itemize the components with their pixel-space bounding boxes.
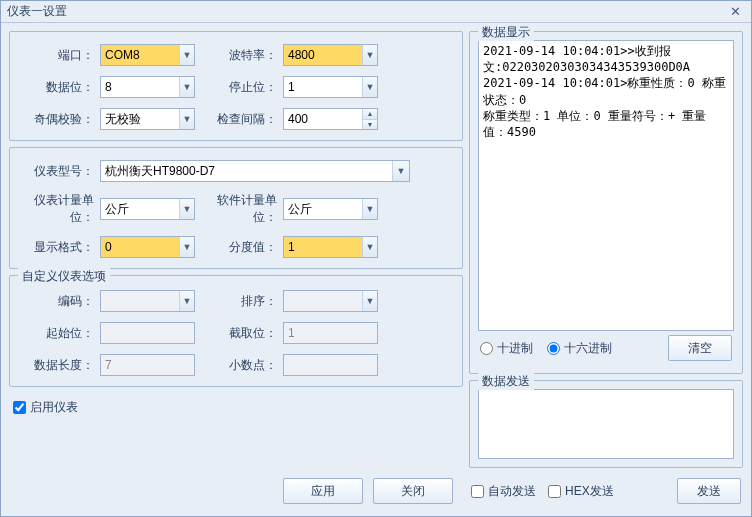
right-pane: 数据显示 2021-09-14 10:04:01>>收到报 文:02203020…: [469, 31, 743, 508]
unit1-input[interactable]: [101, 199, 179, 219]
port-input[interactable]: [101, 45, 179, 65]
left-pane: 端口： ▼ 波特率： ▼ 数据位： ▼: [9, 31, 463, 508]
chevron-down-icon: ▼: [179, 291, 194, 311]
unit2-label: 软件计量单位：: [213, 192, 283, 226]
autosend-label[interactable]: 自动发送: [471, 483, 536, 500]
model-label: 仪表型号：: [20, 163, 100, 180]
division-input[interactable]: [284, 237, 362, 257]
chevron-down-icon: ▼: [362, 291, 377, 311]
model-input[interactable]: [101, 161, 392, 181]
decimal-input: [284, 355, 377, 375]
datalen-label: 数据长度：: [20, 357, 100, 374]
stopbits-combo[interactable]: ▼: [283, 76, 378, 98]
comm-group: 端口： ▼ 波特率： ▼ 数据位： ▼: [9, 31, 463, 141]
stopbits-label: 停止位：: [213, 79, 283, 96]
decimal-radio[interactable]: [480, 342, 493, 355]
unit2-input[interactable]: [284, 199, 362, 219]
format-combo[interactable]: ▼: [100, 236, 195, 258]
close-icon[interactable]: ✕: [726, 4, 745, 19]
unit1-combo[interactable]: ▼: [100, 198, 195, 220]
hexsend-checkbox[interactable]: [548, 485, 561, 498]
close-button[interactable]: 关闭: [373, 478, 453, 504]
data-display-group: 数据显示 2021-09-14 10:04:01>>收到报 文:02203020…: [469, 31, 743, 374]
window-title: 仪表一设置: [7, 3, 67, 20]
enable-checkbox[interactable]: [13, 401, 26, 414]
send-options-row: 自动发送 HEX发送 发送: [469, 474, 743, 508]
spinner-buttons[interactable]: ▲▼: [362, 109, 377, 129]
data-display-title: 数据显示: [478, 24, 534, 41]
custom-group: 自定义仪表选项 编码： ▼ 排序： ▼ 起始位：: [9, 275, 463, 387]
body: 端口： ▼ 波特率： ▼ 数据位： ▼: [1, 23, 751, 516]
division-label: 分度值：: [213, 239, 283, 256]
chevron-down-icon[interactable]: ▼: [179, 77, 194, 97]
cutbit-field: [283, 322, 378, 344]
apply-button[interactable]: 应用: [283, 478, 363, 504]
hex-radio-label[interactable]: 十六进制: [547, 340, 612, 357]
unit1-label: 仪表计量单位：: [20, 192, 100, 226]
port-combo[interactable]: ▼: [100, 44, 195, 66]
stopbits-input[interactable]: [284, 77, 362, 97]
model-combo[interactable]: ▼: [100, 160, 410, 182]
autosend-checkbox[interactable]: [471, 485, 484, 498]
send-textarea[interactable]: [478, 389, 734, 459]
chevron-down-icon[interactable]: ▼: [179, 45, 194, 65]
startbit-label: 起始位：: [20, 325, 100, 342]
chevron-down-icon[interactable]: ▼: [179, 237, 194, 257]
baud-combo[interactable]: ▼: [283, 44, 378, 66]
encoding-label: 编码：: [20, 293, 100, 310]
interval-spinner[interactable]: ▲▼: [283, 108, 378, 130]
division-combo[interactable]: ▼: [283, 236, 378, 258]
encoding-combo: ▼: [100, 290, 195, 312]
data-send-group: 数据发送: [469, 380, 743, 468]
startbit-input: [101, 323, 194, 343]
databits-label: 数据位：: [20, 79, 100, 96]
databits-input[interactable]: [101, 77, 179, 97]
cutbit-input: [284, 323, 377, 343]
interval-input[interactable]: [284, 109, 362, 129]
enable-label: 启用仪表: [30, 399, 78, 416]
clear-button[interactable]: 清空: [668, 335, 732, 361]
datalen-field: [100, 354, 195, 376]
settings-window: 仪表一设置 ✕ 端口： ▼ 波特率： ▼: [0, 0, 752, 517]
parity-label: 奇偶校验：: [20, 111, 100, 128]
datalen-input: [101, 355, 194, 375]
left-buttons: 应用 关闭: [9, 472, 463, 508]
databits-combo[interactable]: ▼: [100, 76, 195, 98]
unit2-combo[interactable]: ▼: [283, 198, 378, 220]
decimal-field: [283, 354, 378, 376]
custom-group-title: 自定义仪表选项: [18, 268, 110, 285]
chevron-down-icon[interactable]: ▼: [179, 109, 194, 129]
format-label: 显示格式：: [20, 239, 100, 256]
titlebar: 仪表一设置 ✕: [1, 1, 751, 23]
decimal-radio-label[interactable]: 十进制: [480, 340, 533, 357]
radix-row: 十进制 十六进制 清空: [478, 331, 734, 365]
chevron-down-icon[interactable]: ▼: [362, 45, 377, 65]
encoding-input: [101, 291, 179, 311]
hexsend-label[interactable]: HEX发送: [548, 483, 614, 500]
chevron-down-icon[interactable]: ▼: [179, 199, 194, 219]
format-input[interactable]: [101, 237, 179, 257]
chevron-down-icon[interactable]: ▼: [362, 199, 377, 219]
send-button[interactable]: 发送: [677, 478, 741, 504]
enable-row: 启用仪表: [9, 393, 463, 422]
port-label: 端口：: [20, 47, 100, 64]
chevron-down-icon[interactable]: ▼: [362, 237, 377, 257]
sort-combo: ▼: [283, 290, 378, 312]
data-send-title: 数据发送: [478, 373, 534, 390]
parity-combo[interactable]: ▼: [100, 108, 195, 130]
sort-input: [284, 291, 362, 311]
baud-label: 波特率：: [213, 47, 283, 64]
chevron-down-icon[interactable]: ▼: [362, 77, 377, 97]
chevron-up-icon[interactable]: ▲: [363, 109, 377, 120]
chevron-down-icon[interactable]: ▼: [392, 161, 409, 181]
startbit-field: [100, 322, 195, 344]
baud-input[interactable]: [284, 45, 362, 65]
interval-label: 检查间隔：: [213, 111, 283, 128]
chevron-down-icon[interactable]: ▼: [363, 120, 377, 130]
cutbit-label: 截取位：: [213, 325, 283, 342]
sort-label: 排序：: [213, 293, 283, 310]
display-textarea[interactable]: 2021-09-14 10:04:01>>收到报 文:0220302030303…: [478, 40, 734, 331]
decimal-label: 小数点：: [213, 357, 283, 374]
hex-radio[interactable]: [547, 342, 560, 355]
parity-input[interactable]: [101, 109, 179, 129]
